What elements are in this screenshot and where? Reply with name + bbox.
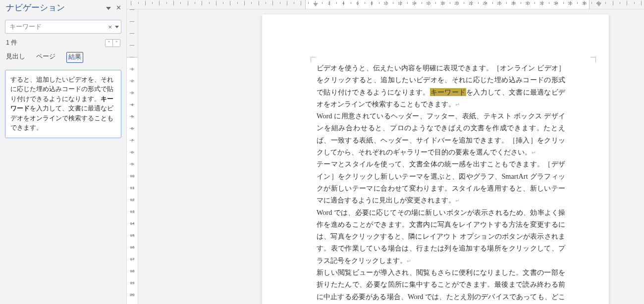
ruler-label: 3 [127, 91, 138, 95]
ruler-label: 14 [127, 221, 138, 226]
vertical-scrollbar[interactable] [636, 9, 644, 304]
next-result-button[interactable]: ˅ [112, 40, 120, 47]
ruler-label: 15 [127, 233, 138, 238]
search-input[interactable] [5, 23, 108, 31]
nav-collapse-icon[interactable] [106, 4, 111, 11]
svg-marker-1 [596, 3, 601, 6]
ruler-label: 8 [371, 1, 373, 5]
nav-header: ナビゲーション ✕ [0, 0, 126, 17]
ruler-label: 5 [127, 114, 138, 119]
ruler-label: 9 [127, 162, 138, 166]
ruler-label: 26 [497, 1, 501, 5]
paragraph: テーマとスタイルを使って、文書全体の統一感を出すこともできます。［デザイン］をク… [317, 158, 565, 206]
ruler-label: 32 [539, 1, 544, 5]
paragraph-mark-icon: ↵ [455, 198, 460, 203]
snippet-pre: すると、追加したいビデオを、それに応じた埋め込みコードの形式で貼り付けできるよう… [10, 76, 113, 102]
margin-corner-icon [590, 57, 596, 62]
results-count-row: 1 件 ˄ ˅ [0, 39, 126, 51]
navigation-pane: ナビゲーション ✕ × 1 件 ˄ ˅ 見出し [0, 0, 127, 304]
ruler-label: 12 [398, 1, 402, 5]
ruler-label: 17 [127, 257, 138, 261]
paragraph-mark-icon: ↵ [455, 101, 460, 107]
ruler-label: 14 [412, 1, 417, 5]
ruler-label: 13 [127, 209, 138, 214]
horizontal-ruler[interactable]: 246810121416182022242628303234363840 [127, 0, 644, 9]
ruler-label: 10 [127, 174, 138, 178]
ruler-label: 20 [127, 293, 138, 297]
ruler-label: 24 [483, 1, 487, 5]
margin-corner-icon [311, 57, 316, 62]
paragraph: ビデオを使うと、伝えたい内容を明確に表現できます。［オンライン ビデオ］をクリッ… [317, 62, 565, 110]
search-highlight: キーワード [430, 88, 466, 96]
prev-result-button[interactable]: ˄ [106, 40, 112, 47]
ruler-label: 28 [511, 1, 516, 5]
tab-pages[interactable]: ページ [36, 52, 55, 63]
ruler-label: 16 [426, 1, 430, 5]
ruler-label: 20 [455, 1, 459, 5]
tab-headings[interactable]: 見出し [6, 52, 25, 63]
ruler-label: 22 [469, 1, 473, 5]
paragraph-mark-icon: ↵ [407, 258, 411, 264]
ruler-label: 7 [127, 138, 138, 143]
ruler-label: 8 [127, 150, 138, 154]
ruler-label: 12 [127, 198, 138, 202]
nav-tabs: 見出し ページ 結果 [0, 51, 126, 65]
page-canvas: ビデオを使うと、伝えたい内容を明確に表現できます。［オンライン ビデオ］をクリッ… [138, 9, 636, 304]
ruler-label: 2 [328, 1, 330, 5]
document-page[interactable]: ビデオを使うと、伝えたい内容を明確に表現できます。［オンライン ビデオ］をクリッ… [262, 14, 609, 304]
paragraph: Word では、必要に応じてその場に新しいボタンが表示されるため、効率よく操作を… [317, 206, 565, 266]
search-box[interactable]: × [5, 20, 121, 34]
ruler-label: 1 [127, 67, 138, 71]
ruler-label: 36 [568, 1, 572, 5]
ruler-label: 34 [554, 1, 558, 5]
paragraph-mark-icon: ↵ [532, 150, 536, 155]
ruler-label: 4 [127, 102, 138, 107]
results-count: 1 件 [6, 39, 17, 47]
search-result-snippet[interactable]: すると、追加したいビデオを、それに応じた埋め込みコードの形式で貼り付けできるよう… [5, 70, 121, 138]
document-area: ∟ 246810121416182022242628303234363840 1… [127, 0, 644, 304]
right-indent-icon[interactable] [596, 0, 601, 8]
paragraph: 新しい閲覧ビューが導入され、閲覧もさらに便利になりました。文書の一部を折りたたん… [317, 266, 565, 304]
ruler-label: 38 [582, 1, 587, 5]
nav-title: ナビゲーション [6, 2, 106, 13]
ruler-label: 10 [384, 1, 388, 5]
search-dropdown-icon[interactable] [115, 26, 119, 28]
ruler-label: 18 [440, 1, 445, 5]
first-line-indent-icon[interactable] [313, 0, 318, 8]
ruler-label: 11 [127, 186, 138, 190]
svg-marker-0 [313, 3, 318, 6]
ruler-label: 18 [127, 269, 138, 273]
nav-close-icon[interactable]: ✕ [116, 4, 121, 11]
ruler-label: 4 [342, 1, 344, 5]
ruler-label: 19 [127, 281, 138, 285]
tab-results[interactable]: 結果 [66, 52, 83, 63]
ruler-label: 2 [127, 79, 138, 83]
ruler-label: 16 [127, 245, 138, 250]
vertical-ruler[interactable]: 123456789101112131415161718192021 [127, 9, 138, 304]
ruler-label: 6 [127, 126, 138, 131]
ruler-label: 30 [526, 1, 530, 5]
result-nav-arrows: ˄ ˅ [105, 39, 120, 47]
ruler-label: 6 [357, 1, 359, 5]
search-clear-icon[interactable]: × [108, 23, 112, 31]
paragraph: Word に用意されているヘッダー、フッター、表紙、テキスト ボックス デザイン… [317, 110, 565, 158]
